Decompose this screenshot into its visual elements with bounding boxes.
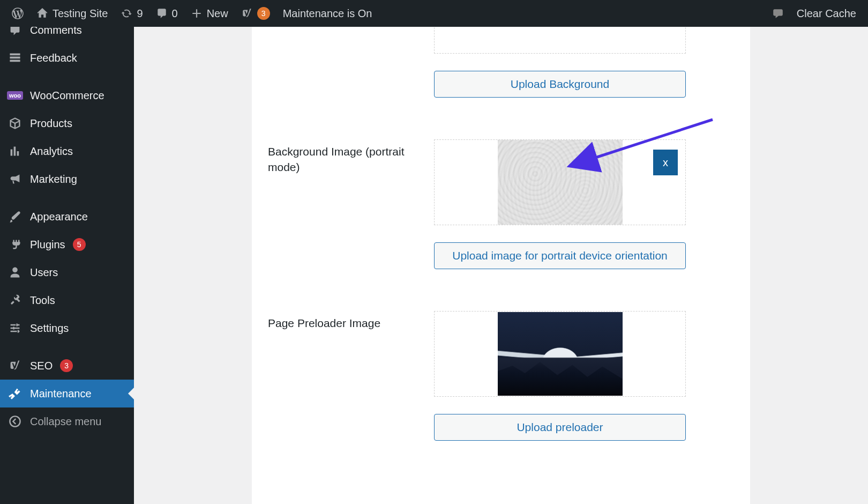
cache-notice-icon[interactable] [766, 0, 790, 27]
updates-icon [121, 8, 132, 19]
sidebar-label: Products [30, 117, 72, 130]
sidebar-label: Appearance [30, 211, 88, 223]
new-label: New [207, 8, 228, 20]
upload-preloader-button[interactable]: Upload preloader [434, 414, 686, 441]
sidebar-label: Marketing [30, 173, 77, 186]
upload-background-button[interactable]: Upload Background [434, 71, 686, 98]
preloader-label: Page Preloader Image [268, 311, 434, 331]
sidebar-label: Comments [30, 27, 82, 36]
collapse-menu-button[interactable]: Collapse menu [0, 407, 134, 435]
comment-icon [156, 8, 168, 19]
analytics-icon [8, 144, 23, 159]
updates-link[interactable]: 9 [114, 0, 149, 27]
comments-link[interactable]: 0 [149, 0, 184, 27]
new-content-link[interactable]: New [184, 0, 235, 27]
preloader-image-thumbnail [498, 312, 623, 396]
sidebar-label: Settings [30, 322, 69, 335]
sidebar-item-seo[interactable]: SEO 3 [0, 352, 134, 380]
sidebar-item-settings[interactable]: Settings [0, 314, 134, 342]
home-icon [36, 8, 48, 19]
comment-icon [8, 27, 23, 38]
svg-point-0 [10, 416, 20, 426]
sidebar-label: Maintenance [30, 388, 92, 400]
sidebar-item-comments[interactable]: Comments [0, 27, 134, 44]
brush-icon [8, 209, 23, 224]
sidebar-item-users[interactable]: Users [0, 258, 134, 286]
box-icon [8, 116, 23, 131]
sidebar-item-maintenance[interactable]: Maintenance [0, 380, 134, 407]
admin-toolbar: Testing Site 9 0 New 3 Maintenance is On… [0, 0, 868, 27]
sidebar-label: SEO [30, 360, 53, 372]
sidebar-label: Analytics [30, 145, 73, 158]
sidebar-item-tools[interactable]: Tools [0, 286, 134, 314]
sidebar-item-plugins[interactable]: Plugins 5 [0, 231, 134, 258]
bg-portrait-label: Background Image (portrait mode) [268, 139, 434, 175]
sidebar-item-products[interactable]: Products [0, 109, 134, 137]
preloader-image-preview-box [434, 311, 686, 397]
sidebar-label: Feedback [30, 52, 77, 64]
wordpress-icon [12, 8, 24, 19]
updates-count: 9 [137, 8, 143, 20]
remove-portrait-image-button[interactable]: x [653, 150, 678, 175]
woocommerce-icon: woo [8, 88, 23, 103]
sidebar-item-appearance[interactable]: Appearance [0, 203, 134, 231]
speech-bubble-icon [772, 8, 784, 19]
sidebar-label: Plugins [30, 239, 65, 251]
plug-icon [8, 237, 23, 252]
sidebar-item-feedback[interactable]: Feedback [0, 44, 134, 72]
wrench-icon [8, 293, 23, 308]
maintenance-status-link[interactable]: Maintenance is On [276, 0, 379, 27]
upload-portrait-image-button[interactable]: Upload image for portrait device orienta… [434, 242, 686, 269]
plugins-update-badge: 5 [73, 238, 86, 251]
user-icon [8, 265, 23, 280]
maintenance-settings-panel: Upload Background Background Image (port… [252, 27, 750, 504]
sidebar-label: Users [30, 266, 58, 279]
yoast-link[interactable]: 3 [235, 0, 276, 27]
site-name-text: Testing Site [53, 8, 108, 20]
background-image-preview-box [434, 27, 686, 54]
feedback-icon [8, 50, 23, 65]
yoast-icon [8, 358, 23, 373]
megaphone-icon [8, 172, 23, 187]
collapse-icon [8, 414, 23, 429]
sidebar-label: WooCommerce [30, 90, 104, 102]
wp-logo-menu[interactable] [5, 0, 30, 27]
plus-icon [191, 8, 203, 19]
tools-icon [8, 386, 23, 401]
portrait-image-preview-box: x [434, 139, 686, 225]
sidebar-item-marketing[interactable]: Marketing [0, 165, 134, 193]
seo-notification-badge: 3 [60, 359, 73, 372]
sidebar-item-woocommerce[interactable]: woo WooCommerce [0, 81, 134, 109]
sliders-icon [8, 321, 23, 336]
clear-cache-link[interactable]: Clear Cache [790, 0, 863, 27]
site-name-link[interactable]: Testing Site [30, 0, 114, 27]
yoast-icon [241, 8, 253, 19]
sidebar-item-analytics[interactable]: Analytics [0, 137, 134, 165]
portrait-image-thumbnail [498, 140, 623, 225]
sidebar-label: Tools [30, 294, 55, 307]
yoast-notification-badge: 3 [257, 7, 270, 20]
maintenance-status-text: Maintenance is On [283, 8, 372, 20]
admin-sidebar: Comments Feedback woo WooCommerce Produc… [0, 27, 134, 504]
clear-cache-text: Clear Cache [797, 8, 856, 20]
comments-count: 0 [172, 8, 178, 20]
content-area: Upload Background Background Image (port… [134, 27, 868, 504]
sidebar-label: Collapse menu [30, 416, 101, 428]
